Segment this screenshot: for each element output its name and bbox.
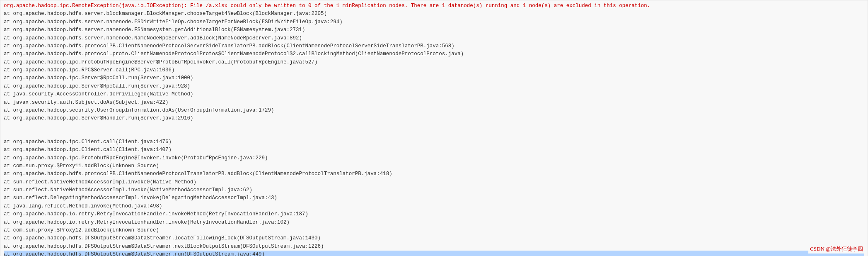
code-line: at org.apache.hadoop.ipc.ProtobufRpcEngi… xyxy=(4,154,864,162)
code-line: at org.apache.hadoop.ipc.Server$RpcCall.… xyxy=(4,83,864,90)
code-line: at org.apache.hadoop.ipc.ProtobufRpcEngi… xyxy=(4,59,864,66)
code-line: at org.apache.hadoop.ipc.RPC$Server.call… xyxy=(4,66,864,74)
code-line: at java.lang.reflect.Method.invoke(Metho… xyxy=(4,202,864,210)
code-line: at sun.reflect.DelegatingMethodAccessorI… xyxy=(4,194,864,202)
code-line: at org.apache.hadoop.hdfs.server.blockma… xyxy=(4,10,864,18)
code-line: at sun.reflect.NativeMethodAccessorImpl.… xyxy=(4,186,864,194)
code-line: org.apache.hadoop.ipc.RemoteException(ja… xyxy=(4,2,864,10)
code-line: at org.apache.hadoop.io.retry.RetryInvoc… xyxy=(4,210,864,218)
code-line: at org.apache.hadoop.hdfs.DFSOutputStrea… xyxy=(4,243,864,251)
code-line: at org.apache.hadoop.io.retry.RetryInvoc… xyxy=(4,219,864,227)
empty-line xyxy=(4,123,864,131)
watermark-text: CSDN @法外狂徒李四 xyxy=(808,244,865,254)
code-line: at org.apache.hadoop.ipc.Server$Handler.… xyxy=(4,115,864,122)
code-line: at org.apache.hadoop.ipc.Client.call(Cli… xyxy=(4,138,864,146)
code-line: at org.apache.hadoop.ipc.Client.call(Cli… xyxy=(4,146,864,154)
code-line: at org.apache.hadoop.hdfs.protocol.proto… xyxy=(4,50,864,58)
code-line: at org.apache.hadoop.hdfs.protocolPB.Cli… xyxy=(4,42,864,50)
code-line: at java.security.AccessController.doPriv… xyxy=(4,90,864,98)
code-line: at org.apache.hadoop.hdfs.DFSOutputStrea… xyxy=(4,234,864,242)
code-line: at org.apache.hadoop.ipc.Server$RpcCall.… xyxy=(4,74,864,82)
code-line: at org.apache.hadoop.hdfs.server.namenod… xyxy=(4,34,864,42)
code-line: at org.apache.hadoop.hdfs.server.namenod… xyxy=(4,26,864,34)
empty-line xyxy=(4,130,864,138)
code-block: org.apache.hadoop.ipc.RemoteException(ja… xyxy=(0,0,868,256)
code-line: at sun.reflect.NativeMethodAccessorImpl.… xyxy=(4,178,864,186)
code-line: at com.sun.proxy.$Proxy12.addBlock(Unkno… xyxy=(4,227,864,234)
code-line: at org.apache.hadoop.security.UserGroupI… xyxy=(4,107,864,115)
code-line: at org.apache.hadoop.hdfs.DFSOutputStrea… xyxy=(4,251,864,256)
code-line: at org.apache.hadoop.hdfs.server.namenod… xyxy=(4,18,864,26)
code-line: at com.sun.proxy.$Proxy11.addBlock(Unkno… xyxy=(4,162,864,170)
code-line: at org.apache.hadoop.hdfs.protocolPB.Cli… xyxy=(4,170,864,178)
code-line: at javax.security.auth.Subject.doAs(Subj… xyxy=(4,99,864,107)
